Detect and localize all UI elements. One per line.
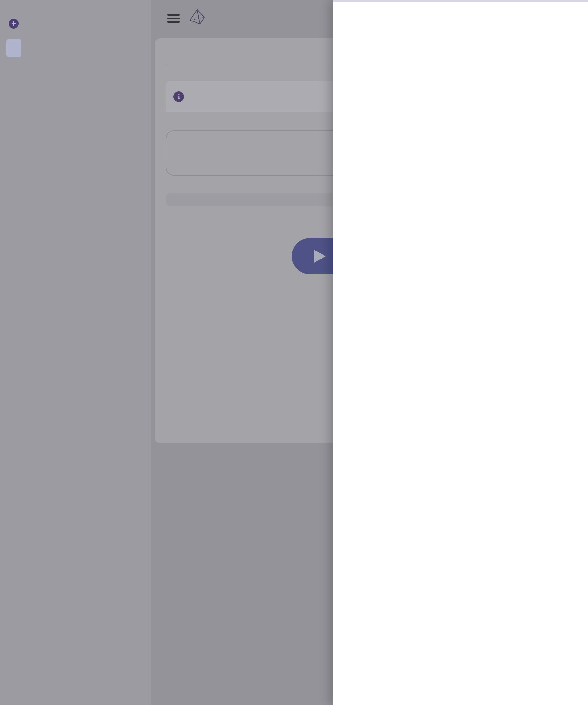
sidebar: +	[0, 0, 151, 705]
prompt-list-panel	[333, 0, 588, 705]
app-logo[interactable]	[189, 8, 215, 25]
info-icon: i	[174, 91, 184, 102]
play-icon	[314, 250, 326, 263]
panel-top-edge	[333, 0, 588, 2]
notebook-history-button[interactable]	[6, 39, 21, 57]
app-root: + i	[0, 0, 588, 705]
tetrahedron-logo-icon	[189, 8, 205, 25]
add-list-button[interactable]: +	[0, 13, 151, 34]
hamburger-menu-icon[interactable]	[167, 14, 180, 25]
plus-circle-icon: +	[9, 18, 18, 29]
